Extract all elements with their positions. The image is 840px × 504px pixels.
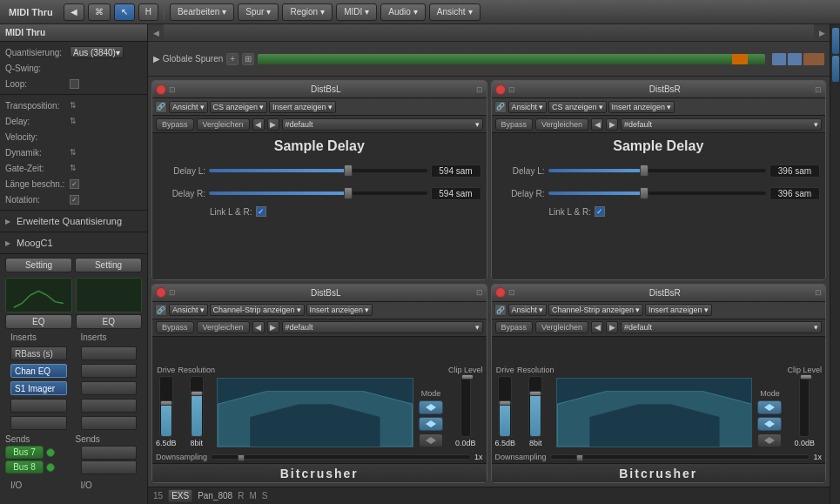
- panel-bl-channel-strip[interactable]: Channel-Strip anzeigen▾: [210, 304, 305, 316]
- pointer-button[interactable]: ↖: [114, 3, 135, 21]
- panel-bl-res-thumb[interactable]: [191, 391, 203, 396]
- region-menu[interactable]: Region ▾: [282, 3, 333, 21]
- eq-button-left[interactable]: EQ: [5, 314, 72, 329]
- panel-tr-link[interactable]: 🔗: [494, 101, 507, 113]
- panel-bl-clip-thumb[interactable]: [461, 374, 474, 380]
- grid-track-button[interactable]: ⊞: [242, 53, 254, 65]
- global-tracks-label[interactable]: ▶ Globale Spuren: [153, 54, 223, 64]
- panel-br-mode-btn-3[interactable]: [757, 433, 782, 447]
- panel-tl-bypass[interactable]: Bypass: [156, 118, 194, 131]
- panel-br-mode-btn-2[interactable]: [757, 417, 782, 431]
- add-track-button[interactable]: +: [226, 53, 239, 65]
- panel-tl-delay-l-value[interactable]: 594 sam: [431, 165, 481, 178]
- panel-bl-next[interactable]: ▶: [267, 321, 279, 333]
- notation-checkbox[interactable]: [70, 195, 79, 205]
- panel-bl-mode-btn-2[interactable]: [419, 417, 443, 431]
- panel-bl-prev[interactable]: ◀: [252, 321, 265, 333]
- panel-bl-mode-btn-1[interactable]: [419, 400, 443, 414]
- ruler-nav-right[interactable]: ▶: [814, 24, 830, 41]
- panel-br-bypass[interactable]: Bypass: [495, 321, 534, 333]
- panel-tr-bypass[interactable]: Bypass: [495, 118, 534, 131]
- panel-bl-ds-thumb[interactable]: [238, 454, 245, 461]
- panel-tl-insert[interactable]: Insert anzeigen▾: [269, 101, 336, 113]
- panel-bl-res-slider[interactable]: [190, 376, 204, 437]
- panel-tr-delay-r-thumb[interactable]: [640, 187, 648, 199]
- midi-menu[interactable]: MIDI ▾: [336, 3, 377, 21]
- quantisierung-dropdown[interactable]: Aus (3840) ▾: [70, 46, 124, 58]
- laenge-checkbox[interactable]: [70, 179, 79, 189]
- moogc1-row[interactable]: ▶ MoogC1: [5, 235, 142, 251]
- panel-bl-bypass[interactable]: Bypass: [156, 321, 194, 333]
- empty-slot-right-2[interactable]: [81, 364, 138, 378]
- panel-br-drive-slider[interactable]: [498, 376, 512, 437]
- panel-tl-delay-r-thumb[interactable]: [344, 187, 353, 199]
- s1imager-slot-left[interactable]: S1 Imager: [10, 381, 67, 395]
- panel-br-next[interactable]: ▶: [606, 321, 618, 333]
- panel-br-ds-thumb[interactable]: [576, 454, 583, 461]
- panel-tl-cs[interactable]: CS anzeigen▾: [210, 101, 268, 113]
- panel-bl-insert[interactable]: Insert anzeigen▾: [306, 304, 373, 316]
- panel-tl-close[interactable]: [156, 84, 166, 95]
- panel-tr-close[interactable]: [495, 84, 506, 95]
- empty-slot-left-1[interactable]: [10, 399, 67, 413]
- panel-tr-delay-l-slider[interactable]: [548, 165, 767, 177]
- panel-br-channel-strip[interactable]: Channel-Strip anzeigen▾: [548, 304, 643, 316]
- panel-tr-delay-r-value[interactable]: 396 sam: [769, 187, 820, 200]
- bottom-exs[interactable]: EXS: [168, 489, 192, 502]
- panel-tl-preset[interactable]: #default ▾: [282, 118, 483, 131]
- panel-tl-delay-r-slider[interactable]: [209, 187, 427, 199]
- eq-button-right[interactable]: EQ: [76, 314, 143, 329]
- panel-br-clip-slider[interactable]: [799, 376, 810, 437]
- empty-slot-right-1[interactable]: [81, 346, 138, 360]
- erweiterte-row[interactable]: ▶ Erweiterte Quantisierung: [5, 213, 142, 229]
- panel-tl-next[interactable]: ▶: [267, 118, 279, 131]
- loop-checkbox[interactable]: [70, 79, 79, 89]
- setting-button-right[interactable]: Setting: [75, 258, 142, 272]
- panel-tl-ansicht[interactable]: Ansicht▾: [169, 101, 208, 113]
- panel-br-preset[interactable]: #default ▾: [621, 321, 822, 333]
- panel-tl-prev[interactable]: ◀: [252, 118, 265, 131]
- ansicht-menu[interactable]: Ansicht ▾: [429, 3, 480, 21]
- empty-slot-left-2[interactable]: [10, 416, 67, 430]
- panel-tr-delay-l-thumb[interactable]: [640, 165, 648, 177]
- panel-tl-compare[interactable]: Vergleichen: [197, 118, 250, 131]
- empty-slot-right-3[interactable]: [81, 381, 138, 395]
- send-slot-right-1[interactable]: [81, 446, 138, 460]
- panel-tr-next[interactable]: ▶: [606, 118, 618, 131]
- panel-bl-compare[interactable]: Vergleichen: [197, 321, 250, 333]
- audio-menu[interactable]: Audio ▾: [380, 3, 426, 21]
- panel-bl-link[interactable]: 🔗: [155, 304, 167, 316]
- send-slot-right-2[interactable]: [81, 460, 138, 474]
- panel-tr-delay-l-value[interactable]: 396 sam: [769, 165, 820, 178]
- bus7-btn[interactable]: Bus 7: [5, 446, 44, 459]
- panel-tr-link-checkbox[interactable]: [595, 206, 605, 217]
- panel-tl-delay-l-slider[interactable]: [209, 165, 427, 177]
- panel-br-link[interactable]: 🔗: [494, 304, 507, 316]
- panel-br-insert[interactable]: Insert anzeigen▾: [645, 304, 712, 316]
- panel-tl-delay-r-value[interactable]: 594 sam: [431, 187, 481, 200]
- panel-tr-delay-r-slider[interactable]: [548, 187, 767, 199]
- panel-br-mode-btn-1[interactable]: [757, 400, 782, 414]
- panel-tr-expand[interactable]: ⊡: [815, 85, 822, 94]
- panel-tr-compare[interactable]: Vergleichen: [535, 118, 588, 131]
- bus8-dot[interactable]: [46, 463, 55, 472]
- panel-bl-preset[interactable]: #default ▾: [282, 321, 483, 333]
- h-button[interactable]: H: [138, 3, 158, 21]
- panel-bl-expand[interactable]: ⊡: [476, 288, 483, 297]
- panel-br-prev[interactable]: ◀: [591, 321, 603, 333]
- back-button[interactable]: ◀: [64, 3, 84, 21]
- panel-tl-link[interactable]: 🔗: [155, 101, 167, 113]
- bus8-btn[interactable]: Bus 8: [5, 460, 44, 474]
- spur-menu[interactable]: Spur ▾: [238, 3, 279, 21]
- bus7-dot[interactable]: [46, 448, 55, 457]
- panel-bl-clip-slider[interactable]: [460, 376, 471, 437]
- panel-br-ansicht[interactable]: Ansicht▾: [508, 304, 548, 316]
- panel-br-clip-thumb[interactable]: [800, 374, 812, 380]
- panel-br-res-thumb[interactable]: [529, 391, 541, 396]
- panel-tr-insert[interactable]: Insert anzeigen▾: [608, 101, 675, 113]
- setting-button-left[interactable]: Setting: [5, 258, 72, 272]
- panel-br-close[interactable]: [495, 287, 506, 298]
- panel-tr-preset[interactable]: #default ▾: [621, 118, 822, 131]
- panel-tl-delay-l-thumb[interactable]: [344, 165, 353, 177]
- panel-tl-expand[interactable]: ⊡: [476, 85, 483, 94]
